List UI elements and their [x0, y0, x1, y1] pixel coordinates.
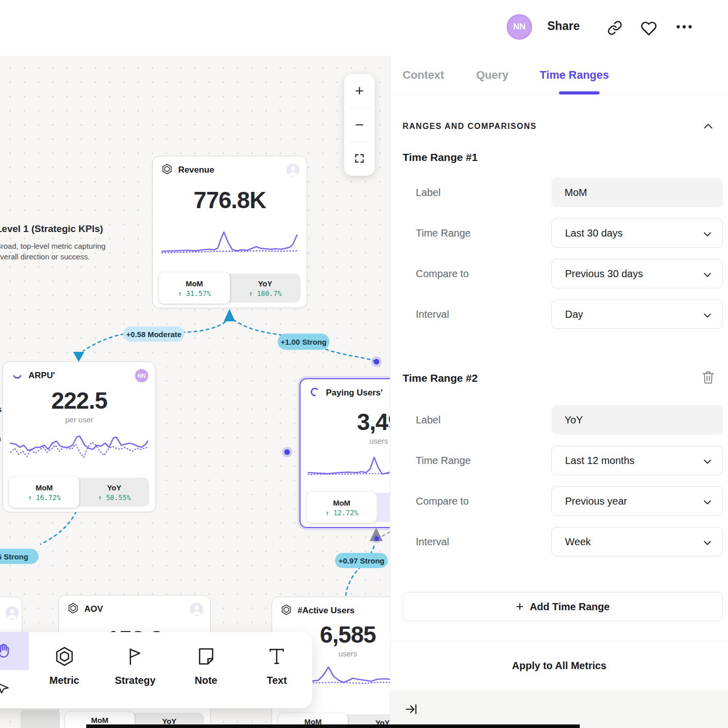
user-avatar[interactable]: NN: [507, 14, 532, 40]
card-title: ARPU': [28, 371, 130, 381]
tab-time-ranges[interactable]: Time Ranges: [540, 69, 609, 82]
time-range-select[interactable]: Last 30 days: [551, 218, 723, 248]
hand-icon: [0, 642, 11, 660]
toggle-value: ↑ 180.7%: [249, 289, 282, 297]
text-icon: [266, 645, 288, 670]
select-value: Day: [565, 309, 583, 320]
fit-screen-button[interactable]: [344, 142, 375, 176]
card-title: AOV: [84, 604, 185, 614]
sparkline: [160, 228, 300, 256]
sparkline: [9, 430, 150, 468]
compare-to-select[interactable]: Previous 30 days: [551, 259, 723, 288]
field-label: Time Range: [416, 446, 548, 475]
flag-icon: [124, 645, 146, 670]
zoom-out-button[interactable]: −: [344, 108, 375, 142]
select-value: Last 12 months: [565, 455, 635, 467]
sparkline: [306, 452, 390, 479]
toggle-yoy-partial[interactable]: [20, 710, 60, 728]
chevron-down-icon: [704, 495, 711, 507]
app-window: +0.58 Moderate +1.00 Strong +0.97 Strong…: [0, 0, 728, 728]
edge-handle-dot[interactable]: [284, 449, 290, 455]
label-input[interactable]: MoM: [551, 178, 723, 207]
interval-select[interactable]: Week: [551, 527, 723, 556]
clipped-text-fragment: s: [0, 405, 2, 415]
chevron-down-icon: [704, 455, 711, 467]
toggle-yoy[interactable]: YoY ↑ 58.55%: [79, 478, 149, 507]
favorite-heart-icon[interactable]: [641, 20, 656, 36]
select-tool-button[interactable]: [0, 670, 29, 708]
edge-badge-arpu-left[interactable]: 66 Strong: [0, 549, 39, 564]
tool-label: Metric: [49, 675, 79, 686]
more-options-button[interactable]: •••: [676, 20, 694, 34]
comparison-toggle: MoM ↑ 16.72% YoY ↑ 58.55%: [9, 478, 149, 507]
select-value: Week: [565, 536, 591, 548]
metric-hexagon-icon: [280, 604, 292, 618]
add-strategy-button[interactable]: Strategy: [100, 632, 171, 708]
apply-all-metrics-button[interactable]: Apply to All Metrics: [390, 641, 728, 690]
metric-unit: per user: [3, 415, 155, 424]
toggle-label: MoM: [91, 716, 108, 724]
tab-context[interactable]: Context: [403, 69, 444, 82]
edge-handle-dot[interactable]: [374, 359, 379, 365]
metric-card-paying-users[interactable]: Paying Users' 3,49 users MoM ↑ 12.72%: [300, 378, 390, 528]
collapse-panel-icon[interactable]: [405, 703, 418, 718]
tool-items: Metric Strategy No: [29, 632, 312, 708]
bottom-black-bar: [86, 724, 580, 728]
field-label: Interval: [416, 527, 548, 556]
toggle-label: YoY: [258, 279, 272, 288]
tool-mode-column: [0, 632, 29, 708]
add-note-button[interactable]: Note: [171, 632, 242, 708]
time-range-1-title: Time Range #1: [403, 151, 478, 163]
metric-card-arpu[interactable]: ARPU' NN 222.5 per user MoM ↑ 16.72% YoY…: [3, 361, 156, 512]
select-value: Last 30 days: [565, 227, 622, 239]
compare-to-select[interactable]: Previous year: [551, 486, 723, 516]
loading-spinner-icon: [11, 369, 23, 383]
owner-avatar: [6, 606, 19, 619]
pan-tool-button[interactable]: [0, 632, 29, 670]
time-range-select[interactable]: Last 12 months: [551, 446, 723, 475]
delete-time-range-button[interactable]: [701, 370, 715, 385]
metric-tree-canvas[interactable]: +0.58 Moderate +1.00 Strong +0.97 Strong…: [0, 56, 390, 728]
field-label: Label: [416, 178, 548, 207]
toggle-yoy[interactable]: YoY ↑ 180.7%: [230, 274, 301, 303]
toggle-mom[interactable]: MoM ↑ 16.72%: [9, 477, 79, 508]
tab-query[interactable]: Query: [476, 69, 509, 82]
zoom-in-button[interactable]: +: [344, 74, 375, 108]
edge-badge-paying-active[interactable]: +0.97 Strong: [335, 553, 388, 568]
add-metric-button[interactable]: Metric: [29, 632, 100, 708]
level-note-title: Level 1 (Strategic KPIs): [0, 223, 124, 235]
field-label: Time Range: [416, 218, 548, 248]
interval-select[interactable]: Day: [551, 300, 723, 329]
select-value: Previous year: [565, 495, 627, 507]
section-title: RANGES AND COMPARISONS: [403, 122, 704, 131]
card-title: Paying Users': [326, 388, 390, 398]
metric-card-revenue[interactable]: Revenue 776.8K MoM ↑ 31.57% YoY ↑ 180.7%: [152, 156, 307, 308]
edge-badge-revenue-arpu[interactable]: +0.58 Moderate: [123, 326, 184, 342]
clipped-text-fragment: a: [0, 434, 1, 443]
toggle-value: ↑ 12.72%: [325, 509, 358, 517]
share-button[interactable]: Share: [547, 19, 580, 33]
label-input[interactable]: YoY: [551, 405, 723, 435]
toggle-value: ↑ 58.55%: [97, 493, 130, 502]
metric-hexagon-icon: [53, 645, 76, 670]
tool-label: Note: [195, 675, 217, 686]
canvas-toolbar: Metric Strategy No: [0, 632, 312, 708]
tool-label: Text: [267, 675, 287, 686]
add-text-button[interactable]: Text: [242, 632, 313, 708]
toggle-yoy[interactable]: [377, 493, 390, 522]
card-title: Revenue: [178, 165, 281, 175]
zoom-controls: + −: [344, 74, 375, 176]
time-range-2-title: Time Range #2: [403, 372, 478, 384]
owner-avatar: [190, 603, 203, 616]
owner-avatar: [286, 163, 300, 177]
add-time-range-button[interactable]: + Add Time Range: [403, 592, 723, 621]
copy-link-icon[interactable]: [607, 20, 622, 36]
chevron-up-icon[interactable]: [704, 122, 713, 131]
edge-handle-dot[interactable]: [374, 536, 379, 541]
edge-badge-revenue-paying-users[interactable]: +1.00 Strong: [278, 334, 329, 350]
toggle-mom[interactable]: MoM ↑ 31.57%: [159, 273, 230, 304]
comparison-toggle: MoM ↑ 12.72%: [307, 493, 390, 522]
settings-panel: Context Query Time Ranges RANGES AND COM…: [390, 56, 728, 728]
toggle-mom[interactable]: MoM ↑ 12.72%: [307, 492, 377, 523]
chevron-down-icon: [704, 268, 711, 280]
